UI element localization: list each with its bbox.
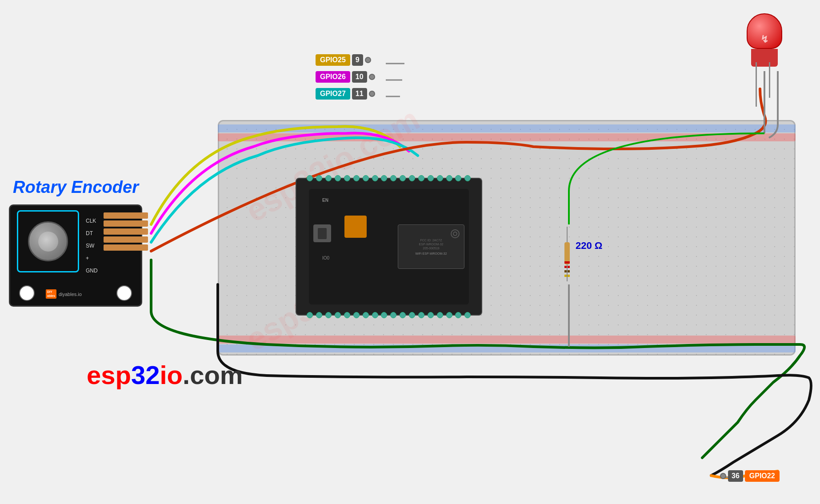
pin-top-18 (464, 175, 471, 181)
pin-bot-14 (428, 312, 434, 318)
rail-top-red (218, 133, 796, 141)
pin-top-14 (428, 175, 434, 181)
diy-badge: DIYables (46, 289, 56, 299)
pin-top-15 (437, 175, 443, 181)
gpio25-label: GPIO25 9 (316, 54, 371, 66)
encoder-knob (28, 221, 68, 261)
brand-32: 32 (131, 360, 160, 389)
resistor-body (564, 242, 570, 264)
diyables-logo: DIYables diyables.io (46, 289, 82, 299)
brand-text: esp32io.com (87, 360, 243, 390)
pin-bot-2 (316, 312, 322, 318)
pin-bot-11 (400, 312, 406, 318)
pin-top-13 (418, 175, 424, 181)
pin-sw: SW (86, 240, 98, 252)
gpio26-badge: GPIO26 (316, 71, 350, 83)
pin-bot-6 (353, 312, 360, 318)
usb-port-inner (318, 228, 327, 239)
pin-bot-15 (437, 312, 443, 318)
pin-top-8 (372, 175, 378, 181)
esp32-inner: FCC ID: 2AC7ZESP-WROOM-32205-000519 WiFi… (309, 189, 469, 304)
gpio27-num: 11 (352, 88, 367, 100)
gpio22-label: 36 GPIO22 (720, 470, 780, 482)
wifi-module: FCC ID: 2AC7ZESP-WROOM-32205-000519 WiFi… (398, 224, 464, 269)
brand-io: io (160, 360, 183, 389)
encoder-knob-inner (38, 232, 58, 252)
pin-top-3 (325, 175, 332, 181)
resistor-leg-bottom (567, 264, 568, 281)
wifi-module-text: FCC ID: 2AC7ZESP-WROOM-32205-000519 (419, 238, 444, 250)
led-leg-right (769, 62, 770, 98)
pin-bot-7 (363, 312, 369, 318)
resistor-band1 (564, 261, 570, 264)
main-container: esp32io.com esp32io.com G (0, 0, 820, 504)
resistor-label: 220 Ω (576, 240, 602, 252)
pin-dt-connector (104, 220, 148, 227)
led-component: ↯ (747, 13, 782, 67)
pin-bot-9 (381, 312, 387, 318)
gpio27-dot (369, 91, 375, 97)
resistor-leg-top (567, 227, 568, 244)
rail-bottom-red (218, 336, 796, 344)
pin-top-2 (316, 175, 322, 181)
led-dome: ↯ (747, 13, 782, 49)
gpio26-num: 10 (352, 71, 367, 83)
rotary-encoder-title: Rotary Encoder (13, 178, 139, 197)
pin-gnd: GND (86, 264, 98, 277)
gpio27-label: GPIO27 11 (316, 88, 375, 100)
led-symbol: ↯ (760, 34, 768, 45)
pin-top-17 (455, 175, 461, 181)
wifi-icon-inner (453, 232, 457, 236)
pin-bot-13 (418, 312, 424, 318)
pin-bot-17 (455, 312, 461, 318)
esp32-module: FCC ID: 2AC7ZESP-WROOM-32205-000519 WiFi… (296, 178, 482, 316)
pin-sw-connector (104, 228, 148, 235)
pin-top-6 (353, 175, 360, 181)
esp32-chip (344, 216, 367, 238)
pin-top-9 (381, 175, 387, 181)
ioo-label: IO0 (322, 256, 329, 260)
pin-bot-10 (390, 312, 396, 318)
usb-port (313, 224, 331, 242)
pin-bot-4 (335, 312, 341, 318)
diyables-text: diyables.io (59, 292, 82, 297)
gpio22-dot (720, 473, 726, 479)
pin-top-12 (409, 175, 415, 181)
pin-bot-3 (325, 312, 332, 318)
pin-top-11 (400, 175, 406, 181)
pin-top-4 (335, 175, 341, 181)
pin-top-1 (307, 175, 313, 181)
brand-esp: esp (87, 360, 131, 389)
pin-top-10 (390, 175, 396, 181)
wifi-icon (451, 229, 460, 238)
pin-plus: + (86, 252, 98, 264)
gpio26-dot (369, 74, 375, 80)
gpio22-badge: GPIO22 (745, 470, 780, 482)
esp32-pins-bottom (305, 312, 472, 318)
pin-bot-18 (464, 312, 471, 318)
gpio25-num: 9 (352, 54, 363, 66)
encoder-pin-labels: CLK DT SW + GND (86, 215, 98, 277)
pin-clk: CLK (86, 215, 98, 227)
rail-top-blue (218, 124, 796, 132)
pin-bot-8 (372, 312, 378, 318)
pin-gnd-connector (104, 244, 148, 251)
pin-dt: DT (86, 227, 98, 240)
encoder-pins (104, 212, 148, 251)
pin-bot-16 (446, 312, 452, 318)
encoder-knob-frame (17, 210, 79, 272)
pin-top-16 (446, 175, 452, 181)
gpio25-badge: GPIO25 (316, 54, 350, 66)
encoder-circle-right (116, 285, 132, 301)
led-leg-left (756, 62, 757, 107)
gpio25-dot (365, 57, 371, 63)
pin-top-5 (344, 175, 350, 181)
encoder-circle-left (19, 285, 35, 301)
gpio27-badge: GPIO27 (316, 88, 350, 100)
brand-dot-com: .com (183, 360, 243, 389)
esp32-pins-top (305, 175, 472, 181)
gpio26-label: GPIO26 10 (316, 71, 375, 83)
pin-bot-1 (307, 312, 313, 318)
pin-bot-12 (409, 312, 415, 318)
pin-clk-connector (104, 212, 148, 219)
